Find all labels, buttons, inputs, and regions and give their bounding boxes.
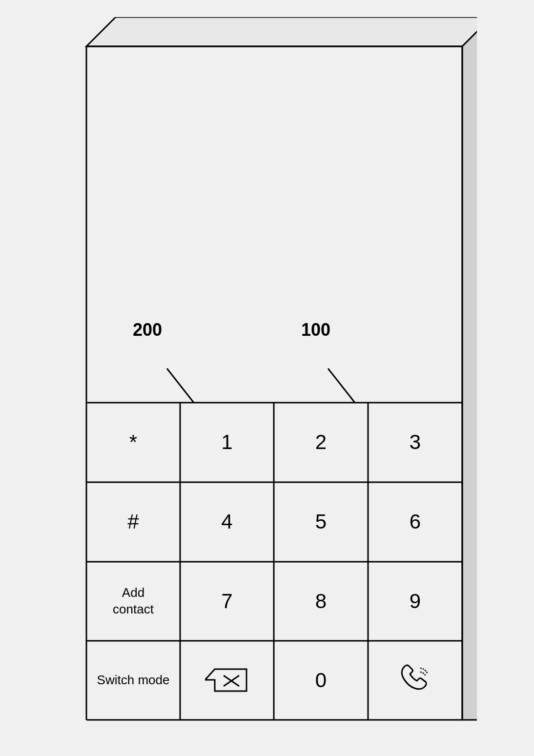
reference-label-200: 200: [133, 320, 162, 340]
key-5[interactable]: 5: [274, 482, 368, 562]
key-6[interactable]: 6: [368, 482, 462, 562]
svg-line-14: [328, 368, 355, 403]
key-9[interactable]: 9: [368, 562, 462, 641]
key-0[interactable]: 0: [274, 641, 368, 720]
key-4[interactable]: 4: [180, 482, 274, 562]
key-2[interactable]: 2: [274, 403, 368, 482]
key-7[interactable]: 7: [180, 562, 274, 641]
key-switch-mode[interactable]: Switch mode: [86, 641, 180, 720]
svg-marker-1: [462, 17, 477, 720]
key-hash[interactable]: #: [86, 482, 180, 562]
call-icon: [398, 663, 432, 697]
key-star[interactable]: *: [86, 403, 180, 482]
svg-marker-0: [86, 17, 477, 46]
svg-marker-15: [205, 669, 246, 691]
svg-line-13: [167, 368, 194, 403]
backspace-icon: [205, 667, 249, 694]
reference-label-100: 100: [301, 320, 330, 340]
key-1[interactable]: 1: [180, 403, 274, 482]
phone-diagram: 200 100 * 1 2 3 # 4 5 6 Addcontact 7 8 9…: [57, 17, 477, 739]
key-backspace[interactable]: [180, 641, 274, 720]
key-8[interactable]: 8: [274, 562, 368, 641]
key-call[interactable]: [368, 641, 462, 720]
key-add-contact[interactable]: Addcontact: [86, 562, 180, 641]
key-3[interactable]: 3: [368, 403, 462, 482]
